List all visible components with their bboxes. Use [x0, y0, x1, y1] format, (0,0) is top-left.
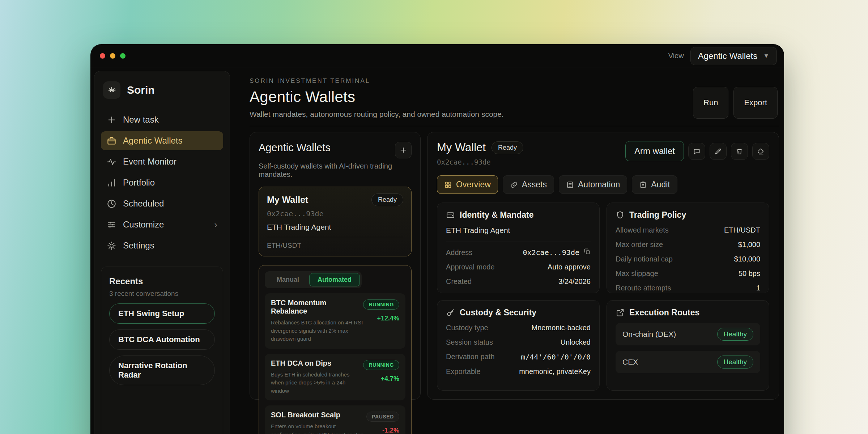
close-window-button[interactable] — [100, 53, 105, 59]
kv-label: Max order size — [616, 241, 663, 249]
tab-assets[interactable]: Assets — [503, 175, 554, 194]
sidebar-item-scheduled[interactable]: Scheduled — [101, 194, 223, 213]
brand-name: Sorin — [127, 84, 155, 96]
wallet-name: My Wallet — [267, 195, 308, 205]
route-label: On-chain (DEX) — [622, 330, 676, 339]
kv-label: Custody type — [446, 324, 488, 332]
bar-chart-icon — [107, 178, 116, 188]
grid-icon — [444, 181, 452, 189]
toggle-manual[interactable]: Manual — [267, 273, 309, 286]
identity-agent: ETH Trading Agent — [446, 226, 591, 235]
zoom-window-button[interactable] — [120, 53, 125, 59]
toggle-automated[interactable]: Automated — [309, 273, 360, 286]
card-title: Trading Policy — [629, 210, 686, 220]
route-status-badge: Healthy — [717, 328, 753, 341]
sidebar-item-label: Event Monitor — [123, 157, 176, 167]
wallet-status-badge: Ready — [371, 193, 403, 206]
strategy-description: Rebalances BTC allocation on 4H RSI dive… — [271, 319, 363, 343]
sidebar: Sorin New task Agentic Wallets Event Mon… — [94, 71, 230, 434]
message-icon — [693, 148, 701, 155]
wallet-list-title: Agentic Wallets — [259, 142, 331, 154]
kv-label: Created — [446, 277, 472, 286]
strategy-row[interactable]: SOL Breakout Scalp Enters on volume brea… — [265, 405, 405, 434]
export-button[interactable]: Export — [733, 87, 778, 119]
wallet-list-panel: Agentic Wallets Self-custody wallets wit… — [250, 132, 421, 400]
strategy-name: SOL Breakout Scalp — [271, 411, 366, 419]
kv-value: m/44'/60'/0'/0/0 — [521, 353, 591, 361]
kv-value: ETH/USDT — [724, 226, 760, 234]
strategy-name: ETH DCA on Dips — [271, 359, 363, 367]
route-row: CEX Healthy — [616, 351, 760, 373]
detail-wallet-address: 0x2cae...93de — [437, 158, 523, 166]
main-content: SORIN INVESTMENT TERMINAL Agentic Wallet… — [230, 68, 784, 434]
strategy-performance: +12.4% — [377, 315, 399, 322]
page-subtitle: Wallet mandates, autonomous routing poli… — [250, 110, 504, 119]
wallet-detail-panel: My Wallet Ready 0x2cae...93de Arm wallet — [427, 132, 779, 400]
copy-address-button[interactable] — [584, 248, 591, 257]
sorin-logo-icon — [103, 81, 120, 99]
custody-card: Custody & Security Custody type Mnemonic… — [437, 300, 600, 391]
kv-value: 3/24/2026 — [558, 277, 591, 286]
route-row: On-chain (DEX) Healthy — [616, 323, 760, 345]
strategy-row[interactable]: ETH DCA on Dips Buys ETH in scheduled tr… — [265, 354, 405, 401]
comment-button[interactable] — [688, 143, 705, 160]
recent-conversation[interactable]: ETH Swing Setup — [109, 303, 215, 324]
automation-card: Manual Automated BTC Momentum Rebalance … — [259, 265, 412, 434]
view-label: View — [668, 52, 684, 60]
recents-panel: Recents 3 recent conversations ETH Swing… — [101, 267, 223, 434]
sidebar-item-customize[interactable]: Customize › — [101, 215, 223, 234]
view-selector[interactable]: Agentic Wallets ▼ — [690, 47, 777, 65]
tab-label: Assets — [522, 180, 547, 190]
add-wallet-button[interactable] — [395, 142, 412, 158]
app-window: View Agentic Wallets ▼ Sorin New t — [90, 44, 784, 434]
recent-conversation[interactable]: BTC DCA Automation — [109, 329, 215, 350]
shield-icon — [616, 210, 625, 220]
sidebar-item-new-task[interactable]: New task — [101, 110, 223, 129]
wallet-card[interactable]: My Wallet Ready 0x2cae...93de ETH Tradin… — [259, 187, 412, 256]
briefcase-icon — [107, 136, 116, 146]
kv-label: Session status — [446, 338, 493, 346]
sidebar-item-label: Agentic Wallets — [123, 136, 183, 146]
kv-label: Max slippage — [616, 269, 658, 278]
sidebar-item-settings[interactable]: Settings — [101, 236, 223, 255]
chevron-down-icon: ▼ — [763, 52, 769, 60]
divider — [446, 242, 591, 242]
kv-value: mnemonic, privateKey — [519, 367, 591, 376]
link-icon — [510, 181, 518, 189]
execution-routes-card: Execution Routes On-chain (DEX) Healthy … — [607, 300, 769, 391]
tab-overview[interactable]: Overview — [437, 175, 498, 194]
external-link-icon — [616, 308, 625, 317]
wallet-list-subtitle: Self-custody wallets with AI-driven trad… — [259, 162, 412, 179]
trading-policy-card: Trading Policy Allowed markets ETH/USDT … — [607, 203, 769, 293]
strategy-description: Enters on volume breakout confirmation, … — [271, 422, 366, 434]
tab-automation[interactable]: Automation — [559, 175, 627, 194]
clock-icon — [107, 199, 116, 209]
kv-label: Allowed markets — [616, 226, 669, 234]
header-divider — [250, 126, 779, 126]
edit-button[interactable] — [710, 143, 727, 160]
tab-audit[interactable]: Audit — [632, 175, 677, 194]
sidebar-item-portfolio[interactable]: Portfolio — [101, 173, 223, 192]
clear-button[interactable] — [752, 143, 769, 160]
detail-wallet-name: My Wallet — [437, 141, 486, 154]
minimize-window-button[interactable] — [110, 53, 115, 59]
sun-icon — [107, 241, 116, 251]
wallet-icon — [446, 210, 455, 220]
kv-value: 0x2cae...93de — [523, 248, 579, 257]
strategy-row[interactable]: BTC Momentum Rebalance Rebalances BTC al… — [265, 293, 405, 349]
delete-button[interactable] — [731, 143, 748, 160]
page-title: Agentic Wallets — [250, 88, 504, 106]
run-button[interactable]: Run — [693, 87, 728, 119]
kv-label: Address — [446, 248, 472, 257]
pencil-icon — [714, 148, 722, 155]
titlebar: View Agentic Wallets ▼ — [90, 44, 784, 68]
activity-icon — [107, 157, 116, 167]
sidebar-item-label: Customize — [123, 220, 164, 230]
sidebar-item-agentic-wallets[interactable]: Agentic Wallets — [101, 131, 223, 150]
sidebar-item-label: New task — [123, 115, 159, 125]
recent-conversation[interactable]: Narrative Rotation Radar — [109, 356, 215, 385]
sidebar-item-event-monitor[interactable]: Event Monitor — [101, 152, 223, 171]
arm-wallet-button[interactable]: Arm wallet — [625, 141, 684, 161]
kv-label: Derivation path — [446, 353, 495, 361]
tab-label: Automation — [578, 180, 620, 190]
